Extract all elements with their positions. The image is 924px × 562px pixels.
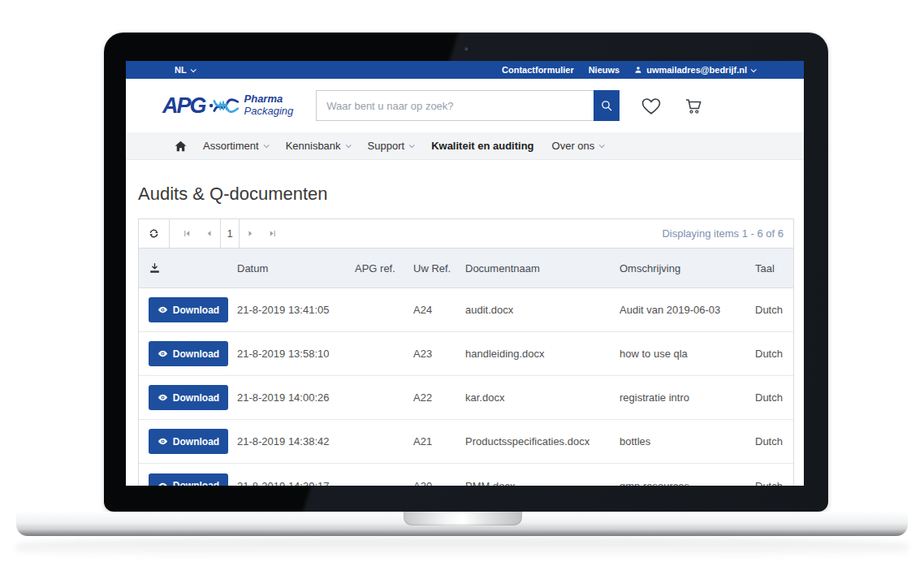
cart-button[interactable] [683,96,703,115]
heart-icon [641,96,662,115]
webcam-icon [463,45,469,52]
column-header-datum[interactable]: Datum [237,262,355,275]
eye-icon [158,481,168,486]
nav-item-label: Kwaliteit en auditing [431,140,533,152]
topbar-link-nieuws[interactable]: Nieuws [589,65,620,75]
nav-item-support[interactable]: Support [368,140,414,152]
cell-taal: Dutch [755,304,784,316]
table-header-row: Datum APG ref. Uw Ref. Documentnaam Omsc… [139,249,793,288]
download-button-label: Download [173,480,219,486]
cell-documentnaam: handleiding.docx [465,348,620,360]
wishlist-button[interactable] [641,96,662,115]
chevron-down-icon [190,67,196,72]
download-cell: Download [149,385,237,410]
download-cell: Download [149,429,237,454]
table-row: Download 21-8-2019 14:38:42 A21 Products… [139,420,793,464]
paging-status: Displaying items 1 - 6 of 6 [283,219,793,248]
search-input[interactable] [316,90,594,121]
cell-datum: 21-8-2019 14:00:26 [237,391,355,404]
next-page-button[interactable] [240,219,261,248]
browser-screen: NL Contactformulier Nieuws uwmailadres@b… [126,61,804,486]
cell-uw-ref: A21 [413,435,465,447]
eye-icon [158,436,168,447]
download-button[interactable]: Download [149,297,228,322]
language-label: NL [175,65,187,75]
search-bar [316,90,620,121]
nav-item-label: Support [368,140,405,152]
nav-item-label: Kennisbank [286,140,341,152]
dna-logo-icon [209,94,240,117]
column-header-uw-ref[interactable]: Uw Ref. [413,262,465,275]
cell-omschrijving: how to use qla [620,348,755,360]
eye-icon [158,392,168,403]
current-page[interactable]: 1 [220,219,240,248]
laptop-reflection [16,538,908,559]
download-button-label: Download [173,305,219,316]
table-row: Download 21-8-2019 14:39:17 A20 PMM.docx… [139,464,793,486]
cell-taal: Dutch [755,391,784,404]
nav-item-kwaliteit-en-auditing[interactable]: Kwaliteit en auditing [431,140,533,152]
column-header-taal[interactable]: Taal [755,262,784,275]
site-header: APG Pharma Packaging [126,79,804,132]
site-logo[interactable]: APG Pharma Packaging [162,93,293,118]
nav-item-over-ons[interactable]: Over ons [552,140,604,152]
documents-table: 1 Displaying items 1 - 6 of 6 [138,218,794,486]
prev-page-button[interactable] [198,219,220,248]
prev-page-icon [205,229,214,238]
column-header-apg-ref[interactable]: APG ref. [355,262,413,275]
download-cell: Download [149,473,237,486]
chevron-down-icon [263,142,269,148]
home-icon [175,140,187,152]
refresh-button[interactable] [139,219,170,248]
nav-item-kennisbank[interactable]: Kennisbank [286,140,350,152]
last-page-icon [268,229,277,238]
download-button[interactable]: Download [149,341,228,366]
logo-acronym: APG [162,95,205,117]
cell-documentnaam: audit.docx [465,304,620,316]
chevron-down-icon [409,142,415,148]
cell-documentnaam: kar.docx [465,391,620,404]
eye-icon [158,305,168,315]
chevron-down-icon [599,142,605,148]
account-menu[interactable]: uwmailadres@bedrijf.nl [634,65,755,75]
download-cell: Download [149,341,237,366]
download-button-label: Download [173,436,219,447]
logo-line1: Pharma [244,93,294,106]
account-email: uwmailadres@bedrijf.nl [646,65,747,75]
download-button[interactable]: Download [149,429,228,454]
top-utility-bar: NL Contactformulier Nieuws uwmailadres@b… [126,61,804,79]
cell-omschrijving: gmp resources [620,480,755,486]
main-nav: Assortiment Kennisbank Support Kwaliteit… [126,132,804,160]
nav-item-assortiment[interactable]: Assortiment [203,140,268,152]
refresh-icon [148,227,160,240]
user-icon [634,66,642,74]
logo-text: Pharma Packaging [244,93,294,118]
language-selector[interactable]: NL [175,65,195,75]
last-page-button[interactable] [261,219,283,248]
cell-documentnaam: PMM.docx [465,480,620,486]
logo-line2: Packaging [244,106,294,118]
table-body: Download 21-8-2019 13:41:05 A24 audit.do… [139,288,793,486]
cell-uw-ref: A24 [413,304,465,316]
laptop-lid-notch [404,512,522,525]
search-button[interactable] [594,90,620,121]
download-cell: Download [149,297,237,322]
topbar-link-contactformulier[interactable]: Contactformulier [502,65,574,75]
first-page-icon [183,229,192,238]
chevron-down-icon [751,67,757,72]
cell-taal: Dutch [755,348,784,360]
cell-omschrijving: Audit van 2019-06-03 [620,304,755,316]
download-button-label: Download [173,392,219,404]
table-row: Download 21-8-2019 14:00:26 A22 kar.docx… [139,376,793,420]
table-row: Download 21-8-2019 13:58:10 A23 handleid… [139,332,793,376]
column-header-omschrijving[interactable]: Omschrijving [620,262,755,275]
cell-omschrijving: bottles [620,435,755,447]
first-page-button[interactable] [176,219,198,248]
download-button[interactable]: Download [149,473,228,486]
download-button[interactable]: Download [149,385,228,410]
cell-datum: 21-8-2019 13:58:10 [237,348,355,360]
cell-datum: 21-8-2019 13:41:05 [237,304,355,316]
nav-home[interactable] [175,140,187,152]
column-header-documentnaam[interactable]: Documentnaam [465,262,620,275]
cell-uw-ref: A23 [413,348,465,360]
